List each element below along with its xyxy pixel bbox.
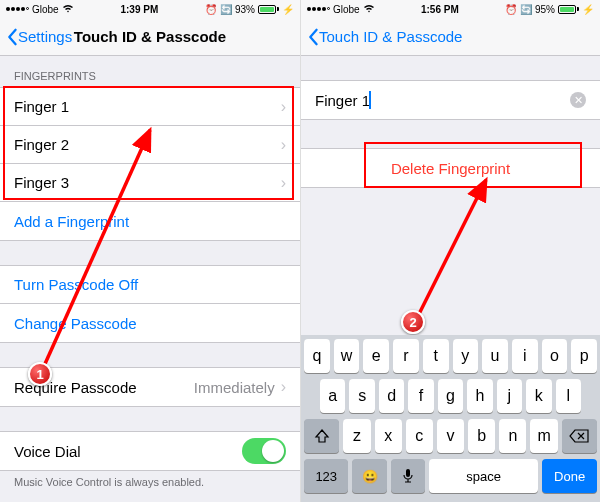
wifi-icon xyxy=(363,4,375,15)
require-passcode-label: Require Passcode xyxy=(14,379,137,396)
keyboard: q w e r t y u i o p a s d f g h j k l xyxy=(301,335,600,502)
fingerprint-label: Finger 2 xyxy=(14,136,69,153)
key-p[interactable]: p xyxy=(571,339,597,373)
key-u[interactable]: u xyxy=(482,339,508,373)
svg-rect-2 xyxy=(406,469,410,477)
status-bar: Globe 1:56 PM ⏰ 🔄 95% ⚡ xyxy=(301,0,600,18)
key-s[interactable]: s xyxy=(349,379,374,413)
key-o[interactable]: o xyxy=(542,339,568,373)
battery-percent: 93% xyxy=(235,4,255,15)
annotation-badge-2: 2 xyxy=(401,310,425,334)
key-shift[interactable] xyxy=(304,419,339,453)
fingerprint-name-input-row: Finger 1 ✕ xyxy=(301,80,600,120)
allow-access-header: ALLOW ACCESS WHEN LOCKED: xyxy=(0,496,300,502)
key-v[interactable]: v xyxy=(437,419,464,453)
key-k[interactable]: k xyxy=(526,379,551,413)
chevron-right-icon: › xyxy=(281,378,286,396)
voice-dial-row: Voice Dial xyxy=(0,432,300,470)
key-w[interactable]: w xyxy=(334,339,360,373)
key-emoji[interactable]: 😀 xyxy=(352,459,386,493)
fingerprint-row[interactable]: Finger 3› xyxy=(0,164,300,202)
key-b[interactable]: b xyxy=(468,419,495,453)
fingerprint-label: Finger 1 xyxy=(14,98,69,115)
chevron-right-icon: › xyxy=(281,98,286,116)
battery-icon xyxy=(558,5,579,14)
require-passcode-row[interactable]: Require Passcode Immediately› xyxy=(0,368,300,406)
status-time: 1:39 PM xyxy=(120,4,158,15)
status-bar: Globe 1:39 PM ⏰ 🔄 93% ⚡ xyxy=(0,0,300,18)
carrier-label: Globe xyxy=(32,4,59,15)
rotation-lock-icon: 🔄 xyxy=(220,4,232,15)
key-z[interactable]: z xyxy=(343,419,370,453)
status-time: 1:56 PM xyxy=(421,4,459,15)
key-m[interactable]: m xyxy=(530,419,557,453)
wifi-icon xyxy=(62,4,74,15)
key-n[interactable]: n xyxy=(499,419,526,453)
phone-right: Globe 1:56 PM ⏰ 🔄 95% ⚡ Touch ID & Passc… xyxy=(300,0,600,502)
fingerprints-group: Finger 1› Finger 2› Finger 3› Add a Fing… xyxy=(0,87,300,241)
alarm-icon: ⏰ xyxy=(505,4,517,15)
delete-fingerprint-label: Delete Fingerprint xyxy=(391,160,510,177)
chevron-right-icon: › xyxy=(281,136,286,154)
svg-line-1 xyxy=(416,180,486,320)
key-space[interactable]: space xyxy=(429,459,538,493)
backspace-icon xyxy=(569,429,589,443)
key-e[interactable]: e xyxy=(363,339,389,373)
key-g[interactable]: g xyxy=(438,379,463,413)
signal-icon xyxy=(6,7,29,11)
charging-icon: ⚡ xyxy=(582,4,594,15)
turn-passcode-off-label: Turn Passcode Off xyxy=(14,276,138,293)
battery-percent: 95% xyxy=(535,4,555,15)
fingerprint-row[interactable]: Finger 1› xyxy=(0,88,300,126)
phone-left: Globe 1:39 PM ⏰ 🔄 93% ⚡ Settings Touch I… xyxy=(0,0,300,502)
shift-icon xyxy=(314,428,330,444)
key-a[interactable]: a xyxy=(320,379,345,413)
nav-bar: Touch ID & Passcode xyxy=(301,18,600,56)
turn-passcode-off-button[interactable]: Turn Passcode Off xyxy=(0,266,300,304)
key-c[interactable]: c xyxy=(406,419,433,453)
carrier-label: Globe xyxy=(333,4,360,15)
key-j[interactable]: j xyxy=(497,379,522,413)
add-fingerprint-label: Add a Fingerprint xyxy=(14,213,129,230)
key-x[interactable]: x xyxy=(375,419,402,453)
voice-dial-toggle[interactable] xyxy=(242,438,286,464)
key-d[interactable]: d xyxy=(379,379,404,413)
rotation-lock-icon: 🔄 xyxy=(520,4,532,15)
voice-dial-footer: Music Voice Control is always enabled. xyxy=(0,471,300,496)
key-r[interactable]: r xyxy=(393,339,419,373)
key-backspace[interactable] xyxy=(562,419,597,453)
change-passcode-label: Change Passcode xyxy=(14,315,137,332)
battery-icon xyxy=(258,5,279,14)
add-fingerprint-button[interactable]: Add a Fingerprint xyxy=(0,202,300,240)
back-label: Touch ID & Passcode xyxy=(319,28,462,45)
key-h[interactable]: h xyxy=(467,379,492,413)
mic-icon xyxy=(402,468,414,484)
key-t[interactable]: t xyxy=(423,339,449,373)
chevron-left-icon xyxy=(6,28,18,46)
key-q[interactable]: q xyxy=(304,339,330,373)
back-label: Settings xyxy=(18,28,72,45)
nav-bar: Settings Touch ID & Passcode xyxy=(0,18,300,56)
charging-icon: ⚡ xyxy=(282,4,294,15)
key-done[interactable]: Done xyxy=(542,459,597,493)
key-y[interactable]: y xyxy=(453,339,479,373)
chevron-left-icon xyxy=(307,28,319,46)
fingerprint-row[interactable]: Finger 2› xyxy=(0,126,300,164)
signal-icon xyxy=(307,7,330,11)
require-passcode-value: Immediately xyxy=(194,379,275,396)
fingerprint-label: Finger 3 xyxy=(14,174,69,191)
key-dictation[interactable] xyxy=(391,459,425,493)
change-passcode-button[interactable]: Change Passcode xyxy=(0,304,300,342)
key-f[interactable]: f xyxy=(408,379,433,413)
key-i[interactable]: i xyxy=(512,339,538,373)
chevron-right-icon: › xyxy=(281,174,286,192)
voice-dial-label: Voice Dial xyxy=(14,443,81,460)
key-numbers[interactable]: 123 xyxy=(304,459,348,493)
fingerprints-header: FINGERPRINTS xyxy=(0,56,300,87)
alarm-icon: ⏰ xyxy=(205,4,217,15)
back-button[interactable]: Settings xyxy=(6,28,72,46)
key-l[interactable]: l xyxy=(556,379,581,413)
delete-fingerprint-button[interactable]: Delete Fingerprint xyxy=(301,149,600,187)
back-button[interactable]: Touch ID & Passcode xyxy=(307,28,462,46)
